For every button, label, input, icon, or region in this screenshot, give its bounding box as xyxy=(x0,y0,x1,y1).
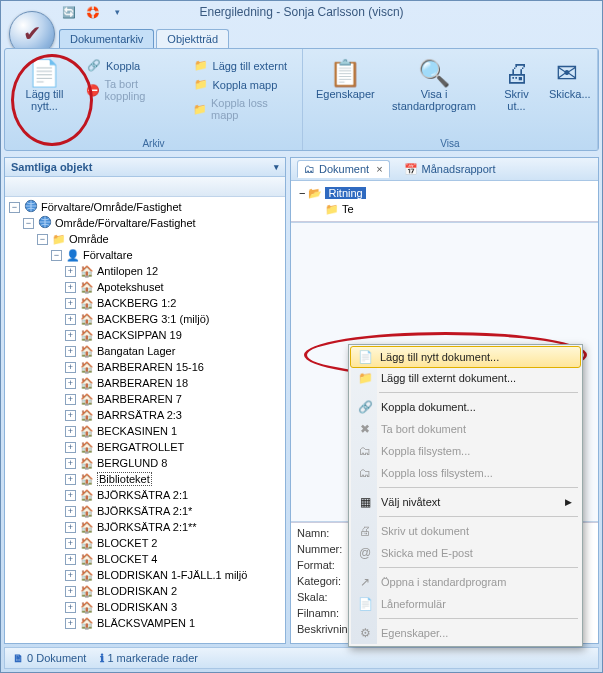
tree-node[interactable]: +🏠BERGLUND 8 xyxy=(5,455,285,471)
tree-node-icon: 🏠 xyxy=(79,585,95,598)
skicka-button[interactable]: ✉Skicka... xyxy=(544,53,589,105)
tree-node[interactable]: +🏠BERGATROLLET xyxy=(5,439,285,455)
tree-toggle-icon[interactable]: + xyxy=(65,618,76,629)
tree-toggle-icon[interactable]: + xyxy=(65,330,76,341)
tree-toggle-icon[interactable]: + xyxy=(65,298,76,309)
menu-item-label: Egenskaper... xyxy=(381,627,448,639)
tree-node[interactable]: +🏠BARBERAREN 7 xyxy=(5,391,285,407)
tree-node-icon: 🏠 xyxy=(79,617,95,630)
skriv-ut-button[interactable]: 🖨Skriv ut... xyxy=(489,53,544,117)
tree-node[interactable]: +🏠BECKASINEN 1 xyxy=(5,423,285,439)
tree-toggle-icon[interactable]: + xyxy=(65,586,76,597)
qat-dropdown-icon[interactable]: ▾ xyxy=(109,4,125,20)
tree-node[interactable]: +🏠Biblioteket xyxy=(5,471,285,487)
document-add-icon: 📄 xyxy=(18,58,71,88)
tree-toggle-icon[interactable]: + xyxy=(65,602,76,613)
left-pane-title: Samtliga objekt xyxy=(11,161,92,173)
tree-node[interactable]: +🏠BLÄCKSVAMPEN 1 xyxy=(5,615,285,631)
tree-node[interactable]: +🏠BJÖRKSÄTRA 2:1 xyxy=(5,487,285,503)
visa-standard-button[interactable]: 🔍Visa i standardprogram xyxy=(379,53,489,117)
tab-dokument[interactable]: 🗂Dokument× xyxy=(297,160,390,178)
folder-ritning[interactable]: Ritning xyxy=(325,187,365,199)
folder-area[interactable]: −📂Ritning 📁Te xyxy=(291,181,598,222)
tree-toggle-icon[interactable]: + xyxy=(65,490,76,501)
tree-node[interactable]: −📁Område xyxy=(5,231,285,247)
tree-node[interactable]: +🏠Apotekshuset xyxy=(5,279,285,295)
tree-node[interactable]: +🏠Antilopen 12 xyxy=(5,263,285,279)
tree-toggle-icon[interactable]: − xyxy=(9,202,20,213)
tree-toggle-icon[interactable]: + xyxy=(65,442,76,453)
tree-node[interactable]: +🏠BARRSÄTRA 2:3 xyxy=(5,407,285,423)
tree-toggle-icon[interactable]: + xyxy=(65,282,76,293)
tree-node-label: Förvaltare/Område/Fastighet xyxy=(41,201,182,213)
tree-node-label: BARBERAREN 18 xyxy=(97,377,188,389)
add-new-document-button[interactable]: 📄 Lägg till nytt... xyxy=(13,53,76,117)
context-menu-item[interactable]: ▦Välj nivåtext▶ xyxy=(351,491,580,513)
tree-node[interactable]: +🏠BLODRISKAN 3 xyxy=(5,599,285,615)
tab-objekttrad[interactable]: Objektträd xyxy=(156,29,229,48)
tree-toggle-icon[interactable]: + xyxy=(65,410,76,421)
tree-toggle-icon[interactable]: + xyxy=(65,522,76,533)
tree-toggle-icon[interactable]: + xyxy=(65,506,76,517)
context-menu-item[interactable]: 🔗Koppla dokument... xyxy=(351,396,580,418)
koppla-mapp-button[interactable]: 📁Koppla mapp xyxy=(189,76,294,93)
tree-node[interactable]: +🏠BACKBERG 1:2 xyxy=(5,295,285,311)
qat-help-icon[interactable]: 🛟 xyxy=(85,4,101,20)
context-menu-item: ✖Ta bort dokument xyxy=(351,418,580,440)
koppla-button[interactable]: 🔗Koppla xyxy=(82,57,179,74)
tree-toggle-icon[interactable]: − xyxy=(51,250,62,261)
tree-toggle-icon[interactable]: + xyxy=(65,538,76,549)
tree-node[interactable]: −👤Förvaltare xyxy=(5,247,285,263)
tree-node[interactable]: +🏠BLOCKET 2 xyxy=(5,535,285,551)
tree-node[interactable]: +🏠BLOCKET 4 xyxy=(5,551,285,567)
context-menu-item[interactable]: 📁Lägg till externt dokument... xyxy=(351,367,580,389)
menu-item-label: Skicka med E-post xyxy=(381,547,473,559)
tree-toggle-icon[interactable]: + xyxy=(65,266,76,277)
egenskaper-button[interactable]: 📋Egenskaper xyxy=(311,53,379,105)
group-arkiv-label: Arkiv xyxy=(5,138,302,149)
context-menu-item: 🗂Koppla loss filsystem... xyxy=(351,462,580,484)
tree-toggle-icon[interactable]: + xyxy=(65,394,76,405)
tree-toggle-icon[interactable]: − xyxy=(23,218,34,229)
object-tree[interactable]: −Förvaltare/Område/Fastighet−Område/Förv… xyxy=(5,197,285,643)
tree-toggle-icon[interactable]: + xyxy=(65,314,76,325)
tree-node-icon: 🏠 xyxy=(79,457,95,470)
tree-toggle-icon[interactable]: + xyxy=(65,362,76,373)
tree-node[interactable]: −Förvaltare/Område/Fastighet xyxy=(5,199,285,215)
tree-toggle-icon[interactable]: − xyxy=(37,234,48,245)
tree-node[interactable]: +🏠BARBERAREN 18 xyxy=(5,375,285,391)
tree-toggle-icon[interactable]: + xyxy=(65,378,76,389)
tree-node[interactable]: +🏠BACKSIPPAN 19 xyxy=(5,327,285,343)
qat-refresh-icon[interactable]: 🔄 xyxy=(61,4,77,20)
tree-node[interactable]: +🏠Bangatan Lager xyxy=(5,343,285,359)
menu-item-icon: ↗ xyxy=(356,575,374,589)
lagg-till-externt-button[interactable]: 📁Lägg till externt xyxy=(189,57,294,74)
tree-node[interactable]: +🏠BJÖRKSÄTRA 2:1* xyxy=(5,503,285,519)
tree-toggle-icon[interactable]: + xyxy=(65,554,76,565)
tree-node[interactable]: +🏠BJÖRKSÄTRA 2:1** xyxy=(5,519,285,535)
menu-item-label: Koppla dokument... xyxy=(381,401,476,413)
tree-toggle-icon[interactable]: + xyxy=(65,346,76,357)
magnifier-icon: 🔍 xyxy=(384,58,484,88)
tree-node-label: BJÖRKSÄTRA 2:1** xyxy=(97,521,197,533)
tree-toggle-icon[interactable]: + xyxy=(65,570,76,581)
close-icon[interactable]: × xyxy=(376,163,382,175)
tree-toggle-icon[interactable]: + xyxy=(65,458,76,469)
tree-toggle-icon[interactable]: + xyxy=(65,474,76,485)
tab-manadsrapport[interactable]: 📅Månadsrapport xyxy=(398,161,502,178)
tree-node-icon: 🏠 xyxy=(79,313,95,326)
tree-node[interactable]: +🏠BARBERAREN 15-16 xyxy=(5,359,285,375)
context-menu[interactable]: 📄Lägg till nytt dokument...📁Lägg till ex… xyxy=(348,344,583,647)
tree-node[interactable]: +🏠BACKBERG 3:1 (miljö) xyxy=(5,311,285,327)
tree-node-icon: 🏠 xyxy=(79,393,95,406)
tree-collapse-icon[interactable]: − xyxy=(299,187,305,199)
chevron-down-icon[interactable]: ▾ xyxy=(274,162,279,172)
tree-node[interactable]: +🏠BLODRISKAN 2 xyxy=(5,583,285,599)
folder-te[interactable]: Te xyxy=(342,203,354,215)
tab-dokumentarkiv[interactable]: Dokumentarkiv xyxy=(59,29,154,48)
tree-node[interactable]: −Område/Förvaltare/Fastighet xyxy=(5,215,285,231)
tree-toggle-icon[interactable]: + xyxy=(65,426,76,437)
tree-node-label: Biblioteket xyxy=(97,472,152,486)
context-menu-item[interactable]: 📄Lägg till nytt dokument... xyxy=(350,346,581,368)
tree-node[interactable]: +🏠BLODRISKAN 1-FJÄLL.1 miljö xyxy=(5,567,285,583)
